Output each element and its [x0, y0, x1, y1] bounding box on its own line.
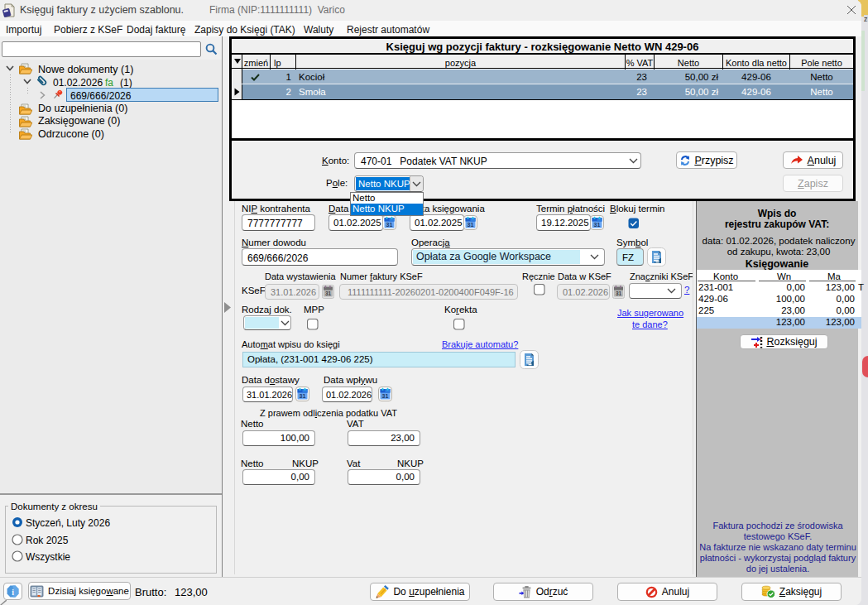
svg-text:i: i — [12, 588, 14, 597]
